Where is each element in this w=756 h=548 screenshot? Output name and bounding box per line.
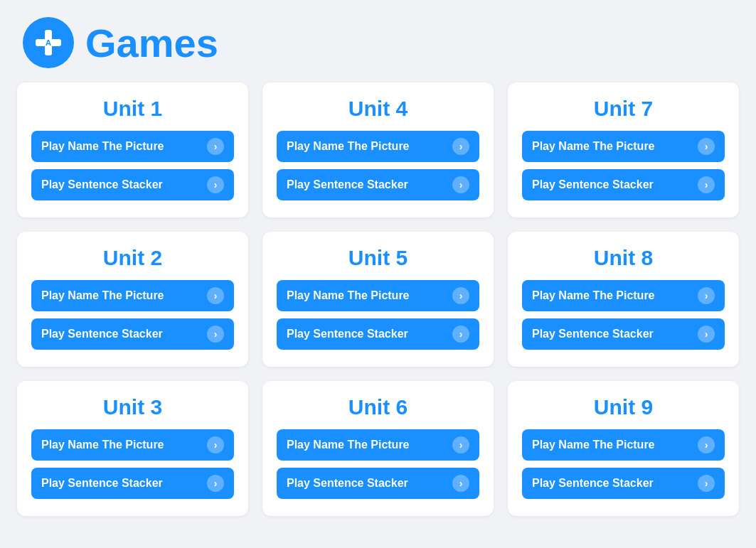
- unit-5-name-the-picture-label: Play Name The Picture: [287, 289, 410, 302]
- unit-7-sentence-stacker-label: Play Sentence Stacker: [532, 178, 654, 191]
- unit-title-unit-4: Unit 4: [348, 97, 408, 121]
- unit-8-name-the-picture-button[interactable]: Play Name The Picture›: [522, 280, 725, 311]
- unit-2-name-the-picture-button[interactable]: Play Name The Picture›: [31, 280, 234, 311]
- unit-9-sentence-stacker-label: Play Sentence Stacker: [532, 477, 654, 490]
- unit-title-unit-6: Unit 6: [348, 395, 408, 419]
- unit-card-unit-4: Unit 4Play Name The Picture›Play Sentenc…: [262, 82, 494, 217]
- unit-card-unit-8: Unit 8Play Name The Picture›Play Sentenc…: [508, 232, 739, 367]
- chevron-right-icon: ›: [207, 326, 224, 343]
- buttons-group-unit-4: Play Name The Picture›Play Sentence Stac…: [277, 131, 479, 200]
- unit-3-sentence-stacker-button[interactable]: Play Sentence Stacker›: [31, 468, 234, 499]
- unit-3-sentence-stacker-label: Play Sentence Stacker: [41, 477, 163, 490]
- chevron-right-icon: ›: [698, 436, 715, 453]
- logo: A: [23, 17, 74, 68]
- chevron-right-icon: ›: [698, 326, 715, 343]
- unit-4-sentence-stacker-label: Play Sentence Stacker: [287, 178, 408, 191]
- buttons-group-unit-5: Play Name The Picture›Play Sentence Stac…: [277, 280, 479, 350]
- chevron-right-icon: ›: [698, 475, 715, 492]
- unit-6-name-the-picture-label: Play Name The Picture: [287, 439, 410, 451]
- unit-card-unit-5: Unit 5Play Name The Picture›Play Sentenc…: [262, 232, 494, 367]
- unit-6-name-the-picture-button[interactable]: Play Name The Picture›: [277, 429, 479, 461]
- page-title: Games: [85, 20, 218, 66]
- chevron-right-icon: ›: [207, 287, 224, 304]
- unit-7-name-the-picture-label: Play Name The Picture: [532, 140, 655, 153]
- unit-4-name-the-picture-label: Play Name The Picture: [287, 140, 410, 153]
- unit-1-name-the-picture-button[interactable]: Play Name The Picture›: [31, 131, 234, 162]
- chevron-right-icon: ›: [698, 287, 715, 304]
- buttons-group-unit-8: Play Name The Picture›Play Sentence Stac…: [522, 280, 725, 350]
- unit-title-unit-7: Unit 7: [594, 97, 653, 121]
- unit-5-name-the-picture-button[interactable]: Play Name The Picture›: [277, 280, 479, 311]
- unit-card-unit-7: Unit 7Play Name The Picture›Play Sentenc…: [508, 82, 739, 217]
- chevron-right-icon: ›: [207, 436, 224, 453]
- unit-card-unit-6: Unit 6Play Name The Picture›Play Sentenc…: [262, 381, 494, 516]
- svg-text:A: A: [46, 38, 51, 47]
- unit-card-unit-9: Unit 9Play Name The Picture›Play Sentenc…: [508, 381, 739, 516]
- chevron-right-icon: ›: [207, 475, 224, 492]
- unit-title-unit-2: Unit 2: [103, 246, 162, 270]
- unit-2-sentence-stacker-button[interactable]: Play Sentence Stacker›: [31, 318, 234, 350]
- page-header: A Games: [0, 0, 756, 82]
- unit-card-unit-1: Unit 1Play Name The Picture›Play Sentenc…: [17, 82, 248, 217]
- unit-title-unit-5: Unit 5: [348, 246, 408, 270]
- chevron-right-icon: ›: [452, 176, 469, 193]
- unit-7-sentence-stacker-button[interactable]: Play Sentence Stacker›: [522, 169, 725, 200]
- unit-8-name-the-picture-label: Play Name The Picture: [532, 289, 655, 302]
- chevron-right-icon: ›: [452, 475, 469, 492]
- buttons-group-unit-1: Play Name The Picture›Play Sentence Stac…: [31, 131, 234, 200]
- buttons-group-unit-9: Play Name The Picture›Play Sentence Stac…: [522, 429, 725, 499]
- unit-2-sentence-stacker-label: Play Sentence Stacker: [41, 328, 163, 340]
- buttons-group-unit-2: Play Name The Picture›Play Sentence Stac…: [31, 280, 234, 350]
- unit-4-sentence-stacker-button[interactable]: Play Sentence Stacker›: [277, 169, 479, 200]
- chevron-right-icon: ›: [452, 326, 469, 343]
- chevron-right-icon: ›: [452, 138, 469, 155]
- unit-6-sentence-stacker-label: Play Sentence Stacker: [287, 477, 408, 490]
- unit-3-name-the-picture-label: Play Name The Picture: [41, 439, 164, 451]
- unit-1-sentence-stacker-label: Play Sentence Stacker: [41, 178, 163, 191]
- unit-3-name-the-picture-button[interactable]: Play Name The Picture›: [31, 429, 234, 461]
- unit-8-sentence-stacker-button[interactable]: Play Sentence Stacker›: [522, 318, 725, 350]
- buttons-group-unit-7: Play Name The Picture›Play Sentence Stac…: [522, 131, 725, 200]
- chevron-right-icon: ›: [698, 176, 715, 193]
- unit-4-name-the-picture-button[interactable]: Play Name The Picture›: [277, 131, 479, 162]
- buttons-group-unit-6: Play Name The Picture›Play Sentence Stac…: [277, 429, 479, 499]
- chevron-right-icon: ›: [452, 436, 469, 453]
- unit-9-name-the-picture-button[interactable]: Play Name The Picture›: [522, 429, 725, 461]
- chevron-right-icon: ›: [452, 287, 469, 304]
- unit-5-sentence-stacker-button[interactable]: Play Sentence Stacker›: [277, 318, 479, 350]
- unit-card-unit-3: Unit 3Play Name The Picture›Play Sentenc…: [17, 381, 248, 516]
- unit-6-sentence-stacker-button[interactable]: Play Sentence Stacker›: [277, 468, 479, 499]
- unit-2-name-the-picture-label: Play Name The Picture: [41, 289, 164, 302]
- unit-title-unit-8: Unit 8: [594, 246, 653, 270]
- unit-title-unit-9: Unit 9: [594, 395, 653, 419]
- chevron-right-icon: ›: [207, 176, 224, 193]
- chevron-right-icon: ›: [698, 138, 715, 155]
- chevron-right-icon: ›: [207, 138, 224, 155]
- unit-title-unit-1: Unit 1: [103, 97, 162, 121]
- unit-title-unit-3: Unit 3: [103, 395, 162, 419]
- buttons-group-unit-3: Play Name The Picture›Play Sentence Stac…: [31, 429, 234, 499]
- unit-1-name-the-picture-label: Play Name The Picture: [41, 140, 164, 153]
- unit-5-sentence-stacker-label: Play Sentence Stacker: [287, 328, 408, 340]
- unit-7-name-the-picture-button[interactable]: Play Name The Picture›: [522, 131, 725, 162]
- unit-8-sentence-stacker-label: Play Sentence Stacker: [532, 328, 654, 340]
- unit-9-name-the-picture-label: Play Name The Picture: [532, 439, 655, 451]
- units-grid: Unit 1Play Name The Picture›Play Sentenc…: [0, 82, 756, 533]
- unit-1-sentence-stacker-button[interactable]: Play Sentence Stacker›: [31, 169, 234, 200]
- unit-card-unit-2: Unit 2Play Name The Picture›Play Sentenc…: [17, 232, 248, 367]
- unit-9-sentence-stacker-button[interactable]: Play Sentence Stacker›: [522, 468, 725, 499]
